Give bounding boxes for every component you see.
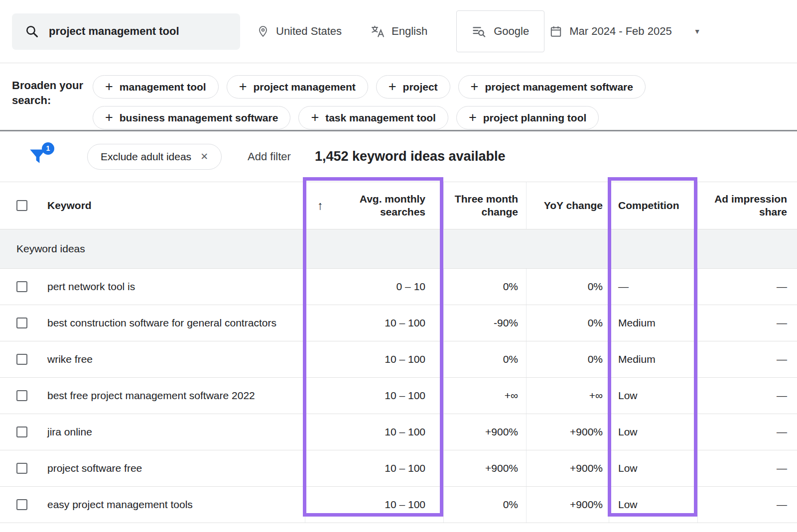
avg-monthly-searches-cell: 0 – 10	[305, 269, 443, 305]
three-month-change-cell: +900%	[443, 414, 526, 450]
row-checkbox[interactable]	[16, 354, 27, 365]
avg-monthly-searches-cell: 10 – 100	[305, 305, 443, 341]
table-row: best construction software for general c…	[0, 305, 797, 341]
avg-monthly-searches-cell: 10 – 100	[305, 414, 443, 450]
ad-impression-share-cell: —	[697, 487, 797, 523]
location-label: United States	[276, 25, 342, 38]
sort-ascending-icon: ↑	[317, 198, 323, 213]
row-checkbox[interactable]	[16, 426, 27, 437]
col-header-ad-impression-share[interactable]: Ad impression share	[697, 182, 797, 229]
keyword-cell: easy project management tools	[35, 487, 305, 523]
competition-cell: Low	[609, 487, 697, 523]
network-selector[interactable]: Google	[456, 10, 544, 52]
broaden-chip-project-planning-tool[interactable]: + project planning tool	[456, 106, 599, 129]
chip-label: task management tool	[325, 112, 436, 124]
checkbox-cell	[0, 414, 35, 450]
plus-icon: +	[311, 111, 319, 124]
broaden-chip-project-management[interactable]: + project management	[227, 75, 368, 99]
broaden-chip-business-management-software[interactable]: + business management software	[93, 106, 290, 129]
yoy-change-cell: +900%	[526, 487, 609, 523]
translate-icon	[371, 24, 385, 38]
three-month-change-cell: -90%	[443, 305, 526, 341]
close-icon[interactable]: ✕	[200, 151, 208, 162]
three-month-change-cell: +900%	[443, 450, 526, 486]
avg-monthly-searches-cell: 10 – 100	[305, 378, 443, 414]
keyword-cell: wrike free	[35, 341, 305, 377]
language-selector[interactable]: English	[371, 24, 427, 38]
yoy-change-cell: 0%	[526, 305, 609, 341]
plus-icon: +	[469, 111, 477, 124]
exclude-adult-ideas-chip[interactable]: Exclude adult ideas ✕	[87, 144, 222, 170]
checkbox-cell	[0, 269, 35, 305]
ad-impression-share-cell: —	[697, 378, 797, 414]
col-header-avg-monthly-searches[interactable]: ↑ Avg. monthly searches	[305, 182, 443, 229]
add-filter-button[interactable]: Add filter	[248, 150, 291, 163]
broaden-chip-management-tool[interactable]: + management tool	[93, 75, 219, 99]
yoy-change-cell: +900%	[526, 414, 609, 450]
three-month-change-cell: 0%	[443, 487, 526, 523]
keyword-cell: jira online	[35, 414, 305, 450]
filter-funnel-button[interactable]: 1	[28, 148, 47, 165]
avg-monthly-searches-cell: 10 – 100	[305, 450, 443, 486]
competition-cell: Medium	[609, 305, 697, 341]
network-label: Google	[494, 25, 529, 38]
caret-down-icon: ▼	[694, 27, 701, 35]
col-header-competition[interactable]: Competition	[609, 182, 697, 229]
col-header-keyword[interactable]: Keyword	[35, 182, 305, 229]
plus-icon: +	[389, 80, 397, 94]
select-all-checkbox[interactable]	[16, 200, 27, 211]
three-month-change-cell: 0%	[443, 269, 526, 305]
keyword-cell: project software free	[35, 450, 305, 486]
chip-label: business management software	[120, 112, 278, 124]
avg-monthly-searches-cell: 10 – 100	[305, 487, 443, 523]
chip-label: project management	[253, 81, 355, 93]
checkbox-cell	[0, 487, 35, 523]
keyword-cell: best free project management software 20…	[35, 378, 305, 414]
broaden-chip-list: + management tool + project management +…	[93, 75, 785, 120]
table-header-row: Keyword ↑ Avg. monthly searches Three mo…	[0, 182, 797, 229]
row-checkbox[interactable]	[16, 318, 27, 328]
date-range-selector[interactable]: Mar 2024 - Feb 2025 ▼	[549, 24, 700, 38]
ad-impression-share-cell: —	[697, 269, 797, 305]
keyword-planner-page: United States English	[0, 0, 797, 532]
plus-icon: +	[105, 80, 113, 94]
competition-cell: Medium	[609, 341, 697, 377]
calendar-icon	[549, 24, 562, 38]
ad-impression-share-cell: —	[697, 305, 797, 341]
exclude-chip-label: Exclude adult ideas	[101, 151, 191, 163]
row-checkbox[interactable]	[16, 463, 27, 474]
location-selector[interactable]: United States	[257, 24, 342, 38]
chip-label: project management software	[485, 81, 633, 93]
competition-cell: Low	[609, 450, 697, 486]
chip-label: management tool	[120, 81, 206, 93]
col-header-yoy-change[interactable]: YoY change	[526, 182, 609, 229]
ad-impression-share-cell: —	[697, 450, 797, 486]
search-icon	[25, 24, 39, 38]
broaden-search-label: Broaden your search:	[12, 75, 93, 120]
yoy-change-cell: +900%	[526, 450, 609, 486]
ad-impression-share-cell: —	[697, 414, 797, 450]
competition-cell: —	[609, 269, 697, 305]
avg-monthly-searches-cell: 10 – 100	[305, 341, 443, 377]
avg-header-label: Avg. monthly searches	[323, 193, 425, 219]
keyword-ideas-section-row: Keyword ideas	[0, 229, 797, 269]
competition-cell: Low	[609, 378, 697, 414]
search-input[interactable]	[49, 25, 227, 38]
col-header-three-month-change[interactable]: Three month change	[443, 182, 526, 229]
row-checkbox[interactable]	[16, 281, 27, 292]
keyword-search-box[interactable]	[12, 13, 240, 50]
row-checkbox[interactable]	[16, 390, 27, 401]
three-month-change-cell: 0%	[443, 341, 526, 377]
checkbox-cell	[0, 378, 35, 414]
search-networks-icon	[472, 24, 486, 38]
broaden-chip-project[interactable]: + project	[376, 75, 450, 99]
location-pin-icon	[257, 24, 269, 38]
broaden-chip-task-management-tool[interactable]: + task management tool	[298, 106, 448, 129]
broaden-chip-project-management-software[interactable]: + project management software	[458, 75, 646, 99]
keyword-ideas-table: Keyword ↑ Avg. monthly searches Three mo…	[0, 182, 797, 523]
checkbox-cell	[0, 341, 35, 377]
table-row: wrike free 10 – 100 0% 0% Medium —	[0, 341, 797, 378]
row-checkbox[interactable]	[16, 499, 27, 510]
table-row: project software free 10 – 100 +900% +90…	[0, 450, 797, 487]
yoy-change-cell: 0%	[526, 341, 609, 377]
